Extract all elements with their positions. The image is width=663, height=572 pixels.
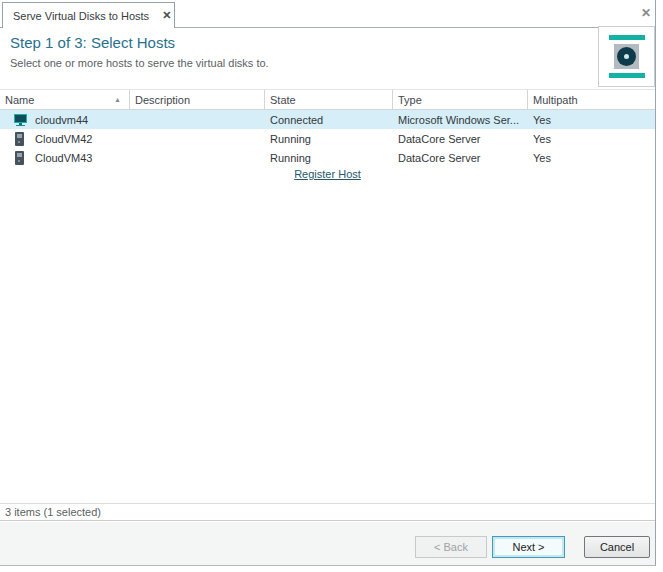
status-bar-text: 3 items (1 selected) <box>5 506 101 518</box>
column-header-multipath[interactable]: Multipath <box>528 90 655 109</box>
host-name: CloudVM43 <box>35 152 92 164</box>
tab-close-icon[interactable]: ✕ <box>162 10 171 21</box>
column-header-description[interactable]: Description <box>130 90 265 109</box>
button-bar: < Back Next > Cancel <box>0 522 655 565</box>
cell-state: Running <box>265 152 393 164</box>
host-name: cloudvm44 <box>35 114 88 126</box>
cell-type: DataCore Server <box>393 133 528 145</box>
cell-name: CloudVM43 <box>0 151 130 165</box>
column-header-state[interactable]: State <box>265 90 393 109</box>
teal-bar-bottom <box>609 73 645 78</box>
sort-ascending-icon: ▲ <box>114 96 124 103</box>
cell-multipath: Yes <box>528 152 655 164</box>
table-row-cloudvm44[interactable]: cloudvm44 Connected Microsoft Windows Se… <box>0 110 655 129</box>
cell-type: Microsoft Windows Ser... <box>393 114 528 126</box>
teal-bar-top <box>609 35 645 40</box>
serve-virtual-disks-wizard: Serve Virtual Disks to Hosts ✕ ✕ Step 1 … <box>0 0 656 566</box>
cell-name: cloudvm44 <box>0 114 130 126</box>
cell-multipath: Yes <box>528 114 655 126</box>
column-header-name-label: Name <box>5 94 34 106</box>
cell-state: Connected <box>265 114 393 126</box>
host-name: CloudVM42 <box>35 133 92 145</box>
tab-title: Serve Virtual Disks to Hosts <box>13 10 149 22</box>
column-header-name[interactable]: Name ▲ <box>0 90 130 109</box>
table-header-row: Name ▲ Description State Type Multipath <box>0 89 655 110</box>
panel-close-icon[interactable]: ✕ <box>641 7 651 19</box>
page-title: Step 1 of 3: Select Hosts <box>10 34 175 51</box>
cell-state: Running <box>265 133 393 145</box>
host-monitor-icon <box>13 114 28 126</box>
back-button[interactable]: < Back <box>415 536 487 558</box>
cell-type: DataCore Server <box>393 152 528 164</box>
status-bar: 3 items (1 selected) <box>0 503 655 521</box>
server-icon <box>15 151 24 165</box>
hosts-table: Name ▲ Description State Type Multipath … <box>0 89 655 180</box>
cell-name: CloudVM42 <box>0 132 130 146</box>
virtual-disk-icon <box>598 26 655 87</box>
disk-spindle-dot <box>624 54 629 59</box>
table-row-cloudvm43[interactable]: CloudVM43 Running DataCore Server Yes <box>0 148 655 167</box>
column-header-type[interactable]: Type <box>393 90 528 109</box>
server-icon <box>15 132 24 146</box>
next-button[interactable]: Next > <box>492 536 565 558</box>
disk-glyph <box>614 44 639 69</box>
register-host-link[interactable]: Register Host <box>294 168 361 180</box>
cancel-button[interactable]: Cancel <box>584 536 650 558</box>
tab-bar: Serve Virtual Disks to Hosts ✕ ✕ <box>0 0 655 28</box>
tab-serve-virtual-disks[interactable]: Serve Virtual Disks to Hosts ✕ <box>2 2 175 28</box>
disk-platter-icon <box>617 47 636 66</box>
cell-multipath: Yes <box>528 133 655 145</box>
page-subtitle: Select one or more hosts to serve the vi… <box>10 57 269 69</box>
table-row-cloudvm42[interactable]: CloudVM42 Running DataCore Server Yes <box>0 129 655 148</box>
